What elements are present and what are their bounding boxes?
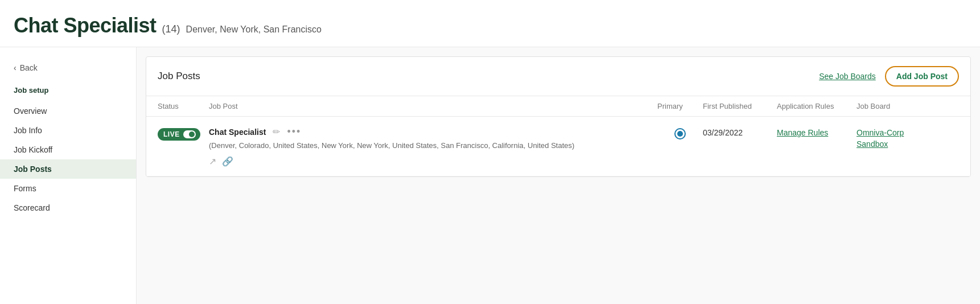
sidebar-item-forms[interactable]: Forms: [0, 179, 136, 198]
page-title-locations: Denver, New York, San Francisco: [186, 24, 322, 35]
job-board-link-omniva[interactable]: Omniva-Corp: [857, 128, 959, 137]
page-title: Chat Specialist: [14, 14, 157, 38]
col-header-job-post: Job Post: [209, 102, 657, 110]
job-board-cell: Omniva-Corp Sandbox: [857, 126, 959, 149]
col-header-status: Status: [158, 102, 209, 110]
edit-icon[interactable]: ✏: [273, 126, 280, 137]
job-post-locations: (Denver, Colorado, United States, New Yo…: [209, 140, 657, 151]
primary-radio[interactable]: [674, 128, 686, 139]
primary-cell[interactable]: [657, 126, 703, 139]
sidebar-item-job-info[interactable]: Job Info: [0, 121, 136, 140]
external-link-icon[interactable]: ↗: [209, 156, 216, 167]
sidebar-item-label: Scorecard: [14, 203, 50, 212]
job-post-action-icons: ↗ 🔗: [209, 156, 657, 167]
sidebar-item-label: Job Posts: [14, 165, 52, 174]
status-cell: LIVE: [158, 126, 209, 141]
table-header: Status Job Post Primary First Published …: [146, 96, 970, 117]
job-post-name: Chat Specialist: [209, 128, 266, 137]
application-rules-cell: Manage Rules: [777, 126, 857, 137]
live-toggle[interactable]: [183, 130, 196, 138]
page-title-count: (14): [162, 23, 180, 35]
live-badge: LIVE: [158, 128, 200, 141]
col-header-application-rules: Application Rules: [777, 102, 857, 110]
first-published-cell: 03/29/2022: [703, 126, 777, 137]
content-area: Job Posts See Job Boards Add Job Post St…: [137, 47, 980, 304]
sidebar-item-overview[interactable]: Overview: [0, 101, 136, 121]
sidebar-section-label: Job setup: [0, 81, 136, 99]
sidebar: ‹ Back Job setup Overview Job Info Job K…: [0, 47, 137, 304]
sidebar-item-label: Forms: [14, 184, 36, 193]
sidebar-item-scorecard[interactable]: Scorecard: [0, 198, 136, 217]
col-header-job-board: Job Board: [857, 102, 959, 110]
sidebar-item-label: Job Kickoff: [14, 145, 52, 154]
live-label: LIVE: [163, 130, 180, 138]
sidebar-item-label: Job Info: [14, 126, 42, 135]
job-board-link-sandbox[interactable]: Sandbox: [857, 139, 959, 149]
back-button[interactable]: ‹ Back: [0, 59, 136, 77]
job-post-cell: Chat Specialist ✏ ••• (Denver, Colorado,…: [209, 126, 657, 167]
back-chevron-icon: ‹: [14, 63, 17, 72]
table-row: LIVE Chat Specialist ✏ ••• (Denver, Colo…: [146, 117, 970, 176]
sidebar-item-job-kickoff[interactable]: Job Kickoff: [0, 140, 136, 159]
job-posts-panel: Job Posts See Job Boards Add Job Post St…: [146, 56, 971, 177]
job-posts-title: Job Posts: [158, 71, 200, 82]
job-posts-actions: See Job Boards Add Job Post: [819, 66, 959, 87]
more-options-icon[interactable]: •••: [287, 126, 301, 138]
sidebar-item-job-posts[interactable]: Job Posts: [0, 159, 136, 179]
page-header: Chat Specialist (14) Denver, New York, S…: [0, 0, 980, 47]
copy-link-icon[interactable]: 🔗: [222, 156, 233, 167]
see-job-boards-link[interactable]: See Job Boards: [819, 72, 876, 81]
col-header-first-published: First Published: [703, 102, 777, 110]
job-posts-panel-header: Job Posts See Job Boards Add Job Post: [146, 57, 970, 96]
sidebar-item-label: Overview: [14, 106, 47, 116]
back-label: Back: [20, 63, 38, 72]
manage-rules-link[interactable]: Manage Rules: [777, 128, 828, 137]
add-job-post-button[interactable]: Add Job Post: [885, 66, 959, 87]
col-header-primary: Primary: [657, 102, 703, 110]
